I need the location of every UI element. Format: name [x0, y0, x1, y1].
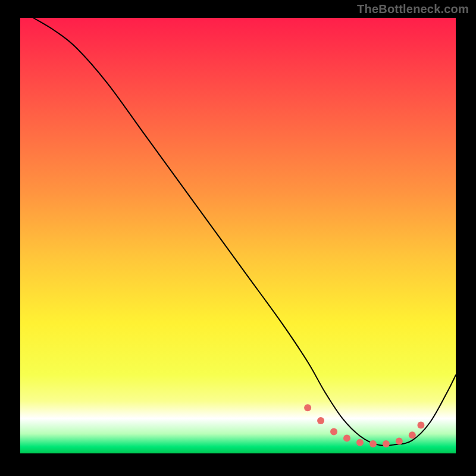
bead-point [304, 404, 311, 411]
chart-stage: TheBottleneck.com [0, 0, 476, 476]
bead-point [330, 428, 337, 435]
bead-point [369, 440, 377, 447]
bead-point [409, 431, 416, 439]
bead-point [396, 438, 403, 445]
chart-svg [20, 18, 456, 453]
gradient-bg [20, 18, 456, 453]
plot-area [20, 18, 456, 453]
bead-point [317, 417, 324, 424]
bead-point [383, 440, 390, 447]
bead-point [343, 434, 350, 441]
bead-point [417, 421, 424, 428]
watermark-text: TheBottleneck.com [357, 2, 469, 16]
bead-point [356, 439, 364, 446]
